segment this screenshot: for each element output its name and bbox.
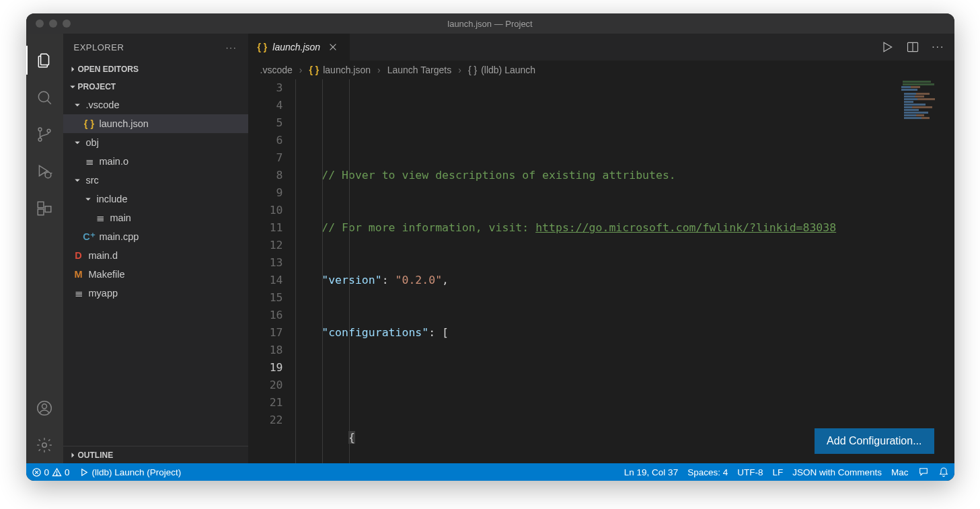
file-tree: .vscode { } launch.json obj ≣ main.o src xyxy=(63,95,248,303)
tab-label: launch.json xyxy=(272,42,320,52)
svg-rect-10 xyxy=(38,209,44,215)
tree-folder-obj[interactable]: obj xyxy=(63,133,248,152)
svg-point-23 xyxy=(56,474,57,475)
activity-search[interactable] xyxy=(26,79,63,116)
activity-explorer[interactable] xyxy=(26,42,63,79)
bell-icon xyxy=(938,467,949,477)
svg-line-7 xyxy=(44,173,45,173)
tab-close-button[interactable] xyxy=(326,41,340,53)
status-cursor-position[interactable]: Ln 19, Col 37 xyxy=(624,467,678,477)
status-debug-target[interactable]: (lldb) Launch (Project) xyxy=(79,467,182,477)
outline-label: OUTLINE xyxy=(78,451,114,460)
svg-point-0 xyxy=(38,91,48,102)
crumb-folder[interactable]: .vscode xyxy=(260,65,293,75)
split-editor-button[interactable] xyxy=(906,40,919,54)
gear-icon xyxy=(36,436,53,454)
sidebar-title: EXPLORER xyxy=(74,42,124,52)
json-icon: { } xyxy=(83,118,96,129)
activity-accounts[interactable] xyxy=(26,389,63,426)
line-gutter: 3 4 5 6 7 8 9 10 11 12 13 14 15 16 17 18 xyxy=(248,79,295,463)
crumb-symbol-2[interactable]: { } (lldb) Launch xyxy=(468,65,535,75)
chevron-down-icon xyxy=(73,101,82,109)
tree-file-main-o[interactable]: ≣ main.o xyxy=(63,152,248,171)
file-icon: ≣ xyxy=(94,212,106,223)
open-editors-section[interactable]: OPEN EDITORS xyxy=(63,61,248,78)
activity-source-control[interactable] xyxy=(26,116,63,153)
window-title: launch.json — Project xyxy=(26,19,954,29)
file-icon: ≣ xyxy=(83,156,96,167)
chevron-down-icon xyxy=(83,195,93,203)
traffic-lights xyxy=(26,19,71,28)
json-icon: { } xyxy=(309,65,319,75)
tree-label: main xyxy=(110,212,131,223)
play-bug-icon xyxy=(36,163,53,180)
activity-extensions[interactable] xyxy=(26,190,63,227)
svg-rect-11 xyxy=(45,206,51,212)
status-os[interactable]: Mac xyxy=(891,467,909,477)
editor-more-button[interactable]: ··· xyxy=(932,41,944,53)
tree-label: myapp xyxy=(89,288,118,299)
status-errors[interactable]: 0 0 xyxy=(32,467,70,477)
search-icon xyxy=(36,89,53,106)
extensions-icon xyxy=(36,200,53,217)
tab-launch-json[interactable]: { } launch.json xyxy=(248,34,351,61)
play-icon xyxy=(880,40,894,54)
svg-line-1 xyxy=(47,100,50,104)
status-feedback[interactable] xyxy=(918,467,929,477)
account-icon xyxy=(36,399,53,417)
chevron-right-icon: › xyxy=(458,65,461,75)
minimap[interactable] xyxy=(897,79,954,133)
crumb-symbol-1[interactable]: Launch Targets xyxy=(387,65,451,75)
add-configuration-button[interactable]: Add Configuration... xyxy=(815,428,934,454)
status-language-mode[interactable]: JSON with Comments xyxy=(792,467,882,477)
split-icon xyxy=(906,40,919,54)
tree-folder-vscode[interactable]: .vscode xyxy=(63,95,248,114)
activity-settings[interactable] xyxy=(26,426,63,463)
outline-section[interactable]: OUTLINE xyxy=(63,446,248,463)
close-window-button[interactable] xyxy=(36,19,44,28)
project-label: PROJECT xyxy=(78,82,116,91)
tree-label: main.cpp xyxy=(100,231,139,242)
minimize-window-button[interactable] xyxy=(49,19,57,28)
feedback-icon xyxy=(918,467,929,477)
tree-file-main-cpp[interactable]: C⁺ main.cpp xyxy=(63,227,248,246)
zoom-window-button[interactable] xyxy=(63,19,71,28)
statusbar: 0 0 (lldb) Launch (Project) Ln 19, Col 3… xyxy=(26,463,954,481)
chevron-down-icon xyxy=(73,176,82,184)
tree-file-launch-json[interactable]: { } launch.json xyxy=(63,114,248,133)
activity-run-debug[interactable] xyxy=(26,153,63,190)
code-area[interactable]: // Hover to view descriptions of existin… xyxy=(295,79,954,463)
tree-label: launch.json xyxy=(100,118,149,129)
chevron-down-icon xyxy=(67,83,78,91)
tree-folder-include[interactable]: include xyxy=(63,190,248,208)
editor[interactable]: 3 4 5 6 7 8 9 10 11 12 13 14 15 16 17 18 xyxy=(248,79,954,463)
status-encoding[interactable]: UTF-8 xyxy=(737,467,763,477)
tree-label: main.d xyxy=(89,250,118,261)
cpp-icon: C⁺ xyxy=(83,231,96,242)
run-button[interactable] xyxy=(880,40,894,54)
chevron-right-icon xyxy=(67,65,78,73)
debug-icon xyxy=(79,467,89,477)
chevron-right-icon: › xyxy=(299,65,303,75)
chevron-right-icon xyxy=(67,451,78,459)
status-eol[interactable]: LF xyxy=(772,467,783,477)
tree-label: src xyxy=(86,175,99,186)
tree-file-myapp[interactable]: ≣ myapp xyxy=(63,284,248,303)
tree-file-main-d[interactable]: D main.d xyxy=(63,246,248,265)
status-notifications[interactable] xyxy=(938,467,949,477)
tree-label: Makefile xyxy=(89,269,125,280)
braces-icon: { } xyxy=(468,65,477,75)
status-indentation[interactable]: Spaces: 4 xyxy=(687,467,728,477)
svg-point-3 xyxy=(38,138,42,141)
project-section[interactable]: PROJECT xyxy=(63,78,248,95)
error-icon xyxy=(32,467,42,477)
svg-point-4 xyxy=(47,129,50,132)
tree-folder-src[interactable]: src xyxy=(63,171,248,190)
chevron-down-icon xyxy=(73,139,82,147)
breadcrumbs: .vscode › { } launch.json › Launch Targe… xyxy=(248,61,954,79)
crumb-file[interactable]: { } launch.json xyxy=(309,65,371,75)
sidebar-more-button[interactable]: ··· xyxy=(226,42,237,52)
tree-file-main[interactable]: ≣ main xyxy=(63,208,248,227)
tree-file-makefile[interactable]: M Makefile xyxy=(63,265,248,284)
svg-line-8 xyxy=(50,173,52,173)
